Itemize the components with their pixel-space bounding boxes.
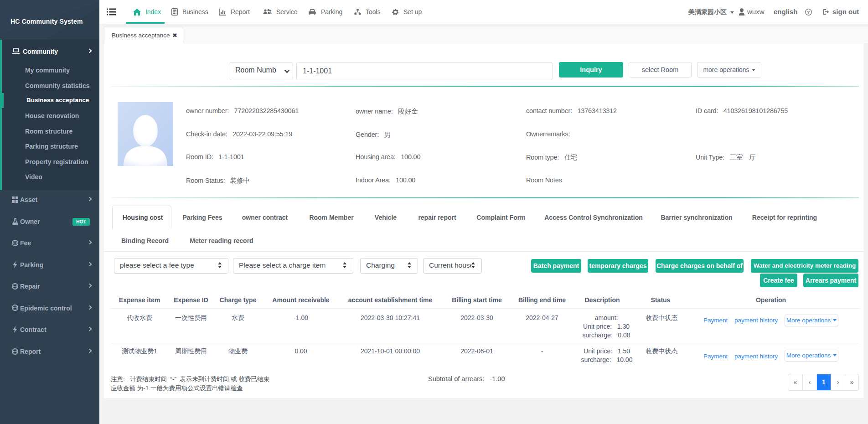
svg-text:?: ? (807, 10, 810, 15)
